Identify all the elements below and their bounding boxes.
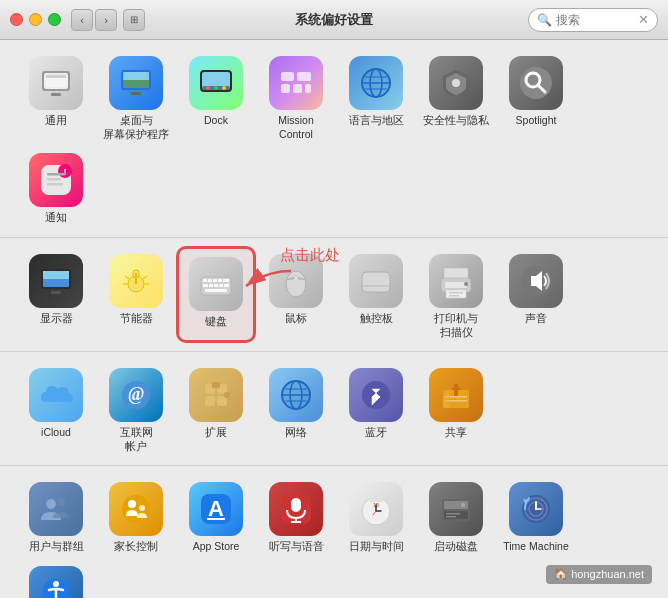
mission-icon xyxy=(269,56,323,110)
icon-item-notification[interactable]: ! 通知 xyxy=(16,145,96,229)
icon-item-network[interactable]: 网络 xyxy=(256,360,336,457)
icon-item-disk[interactable]: 启动磁盘 xyxy=(416,474,496,558)
svg-rect-19 xyxy=(305,84,311,93)
svg-point-71 xyxy=(464,282,468,286)
icon-item-accessibility[interactable]: 辅助功能 xyxy=(16,558,96,598)
icon-item-sharing[interactable]: 共享 xyxy=(416,360,496,457)
main-content: 通用 桌面与屏幕保护程序 xyxy=(0,40,668,598)
dictation-label: 听写与语音 xyxy=(269,540,324,554)
icon-item-dock[interactable]: Dock xyxy=(176,48,256,145)
internet-label: 互联网帐户 xyxy=(120,426,153,453)
nav-buttons: ‹ › xyxy=(71,9,117,31)
svg-rect-58 xyxy=(224,284,229,287)
search-bar[interactable]: 🔍 ✕ xyxy=(528,8,658,32)
svg-point-26 xyxy=(452,79,460,87)
icon-item-display[interactable]: 显示器 xyxy=(16,246,96,343)
extensions-label: 扩展 xyxy=(205,426,227,440)
svg-rect-54 xyxy=(203,284,208,287)
icon-item-general[interactable]: 通用 xyxy=(16,48,96,145)
section1-grid: 通用 桌面与屏幕保护程序 xyxy=(16,48,652,229)
back-button[interactable]: ‹ xyxy=(71,9,93,31)
section-internet: iCloud @ 互联网帐户 xyxy=(0,352,668,466)
search-input[interactable] xyxy=(556,13,634,27)
svg-point-60 xyxy=(286,271,306,297)
search-clear-button[interactable]: ✕ xyxy=(638,12,649,27)
svg-point-96 xyxy=(122,495,150,523)
trackpad-label: 触控板 xyxy=(360,312,393,326)
icon-item-energy[interactable]: 节能器 xyxy=(96,246,176,343)
grid-button[interactable]: ⊞ xyxy=(123,9,145,31)
icon-item-security[interactable]: 安全性与隐私 xyxy=(416,48,496,145)
search-icon: 🔍 xyxy=(537,13,552,27)
energy-label: 节能器 xyxy=(120,312,153,326)
icon-item-desktop[interactable]: 桌面与屏幕保护程序 xyxy=(96,48,176,145)
svg-rect-8 xyxy=(131,92,141,95)
svg-text:@: @ xyxy=(128,384,145,404)
svg-rect-68 xyxy=(446,290,466,298)
icon-item-spotlight[interactable]: Spotlight xyxy=(496,48,576,145)
sharing-label: 共享 xyxy=(445,426,467,440)
svg-rect-81 xyxy=(224,392,230,398)
datetime-icon: 18 xyxy=(349,482,403,536)
svg-point-62 xyxy=(294,276,298,282)
svg-rect-63 xyxy=(362,272,390,292)
svg-rect-3 xyxy=(46,75,66,78)
section2-grid: 显示器 节能器 xyxy=(16,246,652,343)
icon-item-trackpad[interactable]: 触控板 xyxy=(336,246,416,343)
notification-icon: ! xyxy=(29,153,83,207)
icon-item-dictation[interactable]: 听写与语音 xyxy=(256,474,336,558)
section-personal: 通用 桌面与屏幕保护程序 xyxy=(0,40,668,238)
svg-rect-15 xyxy=(281,72,294,81)
section3-grid: iCloud @ 互联网帐户 xyxy=(16,360,652,457)
spotlight-label: Spotlight xyxy=(516,114,557,128)
svg-point-94 xyxy=(46,499,56,509)
security-icon xyxy=(429,56,483,110)
icloud-label: iCloud xyxy=(41,426,71,440)
energy-icon xyxy=(109,254,163,308)
close-button[interactable] xyxy=(10,13,23,26)
window-title: 系统偏好设置 xyxy=(295,11,373,29)
dictation-icon xyxy=(269,482,323,536)
svg-point-14 xyxy=(222,86,226,90)
forward-button[interactable]: › xyxy=(95,9,117,31)
svg-rect-55 xyxy=(209,284,213,287)
svg-rect-69 xyxy=(449,292,463,294)
icon-item-sound[interactable]: 声音 xyxy=(496,246,576,343)
traffic-lights xyxy=(10,13,61,26)
svg-point-97 xyxy=(128,500,136,508)
svg-point-98 xyxy=(139,505,145,511)
icon-item-icloud[interactable]: iCloud xyxy=(16,360,96,457)
icon-item-users[interactable]: 用户与群组 xyxy=(16,474,96,558)
icon-item-internet[interactable]: @ 互联网帐户 xyxy=(96,360,176,457)
icon-item-keyboard[interactable]: 键盘 xyxy=(176,246,256,343)
svg-rect-59 xyxy=(205,289,227,292)
sound-label: 声音 xyxy=(525,312,547,326)
svg-rect-51 xyxy=(213,279,217,282)
users-label: 用户与群组 xyxy=(29,540,84,554)
keyboard-label: 键盘 xyxy=(205,315,227,329)
icon-item-language[interactable]: 语言与地区 xyxy=(336,48,416,145)
appstore-icon: A xyxy=(189,482,243,536)
icon-item-extensions[interactable]: 扩展 xyxy=(176,360,256,457)
icon-item-timemachine[interactable]: Time Machine xyxy=(496,474,576,558)
svg-rect-78 xyxy=(205,396,215,406)
svg-point-115 xyxy=(461,503,465,507)
icon-item-printer[interactable]: 打印机与扫描仪 xyxy=(416,246,496,343)
icon-item-datetime[interactable]: 18 日期与时间 xyxy=(336,474,416,558)
minimize-button[interactable] xyxy=(29,13,42,26)
icon-item-appstore[interactable]: A App Store xyxy=(176,474,256,558)
icon-item-bluetooth[interactable]: 蓝牙 xyxy=(336,360,416,457)
maximize-button[interactable] xyxy=(48,13,61,26)
internet-icon: @ xyxy=(109,368,163,422)
icon-item-mouse[interactable]: 鼠标 xyxy=(256,246,336,343)
icon-item-mission[interactable]: MissionControl xyxy=(256,48,336,145)
svg-rect-49 xyxy=(203,279,207,282)
svg-rect-53 xyxy=(223,279,229,282)
svg-rect-67 xyxy=(445,282,467,288)
icon-item-parental[interactable]: 家长控制 xyxy=(96,474,176,558)
title-bar: ‹ › ⊞ 系统偏好设置 🔍 ✕ xyxy=(0,0,668,40)
svg-rect-34 xyxy=(47,178,61,181)
trackpad-icon xyxy=(349,254,403,308)
svg-point-27 xyxy=(520,67,552,99)
svg-text:A: A xyxy=(208,496,224,521)
